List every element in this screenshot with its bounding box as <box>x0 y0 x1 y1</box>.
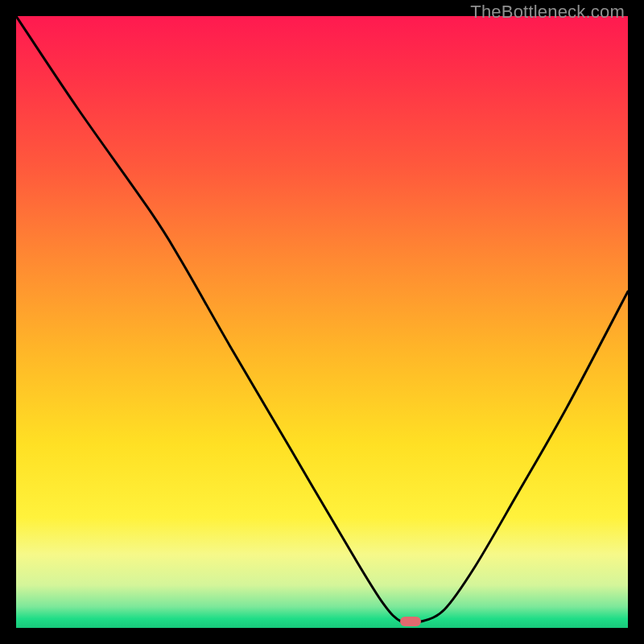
plot-area <box>16 16 628 628</box>
watermark-text: TheBottleneck.com <box>470 2 625 23</box>
outer-frame: TheBottleneck.com <box>0 0 644 644</box>
svg-rect-0 <box>16 16 628 628</box>
background-gradient <box>16 16 628 628</box>
optimal-marker <box>400 617 421 626</box>
